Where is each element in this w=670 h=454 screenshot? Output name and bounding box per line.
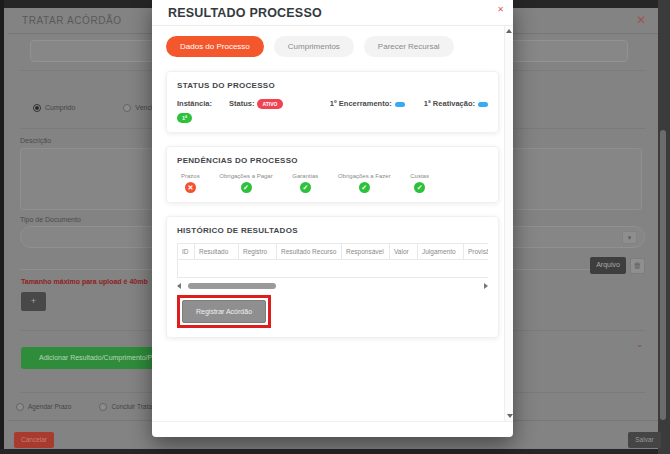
register-button-highlight: Registrar Acórdão (177, 295, 271, 328)
table-header-row: ID Resultado Registro Resultado Recurso … (178, 244, 489, 260)
check-circle-icon: ✓ (359, 182, 370, 193)
page-left-edge (0, 0, 4, 454)
registrar-acordao-button[interactable]: Registrar Acórdão (182, 300, 266, 323)
pendencias-card-title: PENDÊNCIAS DO PROCESSO (177, 156, 488, 165)
chevron-down-icon[interactable]: ▾ (622, 231, 637, 244)
tab-bar: Dados do Processo Cumprimentos Parecer R… (152, 26, 513, 63)
salvar-button[interactable]: Salvar (628, 432, 661, 448)
modal-body: Dados do Processo Cumprimentos Parecer R… (152, 26, 513, 421)
pendencia-prazos: Prazos ✕ (181, 173, 200, 193)
resultado-processo-modal: RESULTADO PROCESSO ✕ Dados do Processo C… (152, 0, 513, 437)
scroll-up-icon[interactable] (506, 29, 512, 33)
cumprido-radio-label: Cumprido (45, 104, 75, 111)
col-registro: Registro (239, 244, 277, 260)
trash-icon[interactable]: 🗑 (630, 258, 645, 274)
tratar-acordao-title: TRATAR ACÓRDÃO (22, 15, 122, 26)
scroll-left-icon[interactable] (177, 283, 181, 289)
col-valor: Valor (390, 244, 418, 260)
historico-card-title: HISTÓRICO DE RESULTADOS (177, 226, 488, 235)
screen: TRATAR ACÓRDÃO ✕ Cumprido Vencido Descri… (0, 0, 670, 454)
instancia-badge: 1ª (177, 113, 192, 123)
tipo-documento-label: Tipo de Documento (20, 216, 81, 223)
pendencia-label: Obrigações a Fazer (338, 173, 391, 179)
col-resultado: Resultado (195, 244, 239, 260)
tab-parecer-recursal[interactable]: Parecer Recursal (364, 36, 454, 57)
col-id: ID (178, 244, 195, 260)
pendencia-obrigacoes-pagar: Obrigações a Pagar ✓ (219, 173, 272, 193)
cumprido-vencido-radio-group: Cumprido Vencido (33, 104, 160, 112)
agendar-prazo-radio-option[interactable]: Agendar Prazo (16, 403, 71, 411)
radio-selected-icon[interactable] (33, 104, 41, 112)
scroll-right-icon[interactable] (484, 283, 488, 289)
status-row: Instância: 1ª Status:ATIVO 1º Encerramen… (177, 99, 488, 123)
encerramento-label: 1º Encerramento: (330, 99, 392, 108)
encerramento-badge-icon (395, 102, 405, 107)
col-julgamento: Julgamento (418, 244, 464, 260)
status-card-title: STATUS DO PROCESSO (177, 81, 488, 90)
status-label: Status: (229, 99, 254, 108)
page-bottom-edge (0, 449, 670, 454)
close-icon[interactable]: ✕ (497, 5, 504, 14)
add-file-button[interactable]: + (21, 292, 46, 311)
modal-title: RESULTADO PROCESSO (168, 6, 322, 20)
status-card: STATUS DO PROCESSO Instância: 1ª Status:… (166, 71, 499, 133)
check-circle-icon: ✓ (300, 182, 311, 193)
cancelar-button[interactable]: Cancelar (14, 432, 54, 448)
pendencias-card: PENDÊNCIAS DO PROCESSO Prazos ✕ Obrigaçõ… (166, 146, 499, 203)
col-resultado-recurso: Resultado Recurso (277, 244, 342, 260)
pendencia-garantias: Garantias ✓ (292, 173, 318, 193)
check-circle-icon: ✓ (414, 182, 425, 193)
historico-card: HISTÓRICO DE RESULTADOS ID Resultado Reg… (166, 216, 499, 338)
browser-scrollbar-thumb[interactable] (660, 130, 666, 420)
scroll-down-icon[interactable] (507, 414, 513, 418)
radio-icon[interactable] (123, 104, 131, 112)
radio-icon[interactable] (99, 403, 107, 411)
status-group: Status:ATIVO (229, 99, 326, 109)
descricao-label: Descrição (20, 137, 51, 144)
pendencia-label: Obrigações a Pagar (219, 173, 272, 179)
pendencia-label: Custas (410, 173, 429, 179)
results-table-container: ID Resultado Registro Resultado Recurso … (177, 235, 488, 278)
scrollbar-track[interactable] (184, 283, 481, 289)
arquivo-button[interactable]: Arquivo (590, 257, 626, 274)
agendar-prazo-label: Agendar Prazo (28, 403, 71, 410)
x-circle-icon: ✕ (185, 182, 196, 193)
reativacao-group: 1ª Reativação: (424, 99, 488, 108)
close-icon[interactable]: ✕ (636, 13, 646, 27)
pendencia-custas: Custas ✓ (410, 173, 429, 193)
results-table: ID Resultado Registro Resultado Recurso … (177, 243, 488, 278)
check-circle-icon: ✓ (241, 182, 252, 193)
pendencia-obrigacoes-fazer: Obrigações a Fazer ✓ (338, 173, 391, 193)
cumprido-radio-option[interactable]: Cumprido (33, 104, 75, 112)
status-badge: ATIVO (257, 99, 284, 109)
encerramento-group: 1º Encerramento: (330, 99, 410, 108)
upload-size-warning: Tamanho máximo para upload é 40mb (21, 278, 148, 285)
tab-dados-do-processo[interactable]: Dados do Processo (166, 36, 264, 57)
browser-scrollbar[interactable] (658, 0, 670, 454)
modal-footer (152, 421, 513, 437)
tab-cumprimentos[interactable]: Cumprimentos (274, 36, 354, 57)
pendencias-row: Prazos ✕ Obrigações a Pagar ✓ Garantias … (181, 173, 429, 193)
reativacao-label: 1ª Reativação: (424, 99, 475, 108)
reativacao-badge-icon (478, 102, 488, 107)
col-provisao: Provisão (464, 244, 489, 260)
col-responsavel: Responsável (342, 244, 390, 260)
modal-header: RESULTADO PROCESSO ✕ (152, 0, 513, 26)
instancia-label: Instância: (177, 99, 212, 108)
scrollbar-thumb[interactable] (188, 283, 276, 289)
modal-vertical-scrollbar[interactable] (504, 26, 513, 421)
pendencia-label: Prazos (181, 173, 200, 179)
table-empty-row (178, 260, 489, 278)
tratamento-radio-group: Agendar Prazo Concluir Tratamento (16, 403, 170, 411)
radio-icon[interactable] (16, 403, 24, 411)
collapse-chevron-icon[interactable]: ⌄ (636, 339, 644, 349)
table-horizontal-scrollbar[interactable] (177, 282, 488, 289)
pendencia-label: Garantias (292, 173, 318, 179)
instancia-group: Instância: 1ª (177, 99, 229, 123)
